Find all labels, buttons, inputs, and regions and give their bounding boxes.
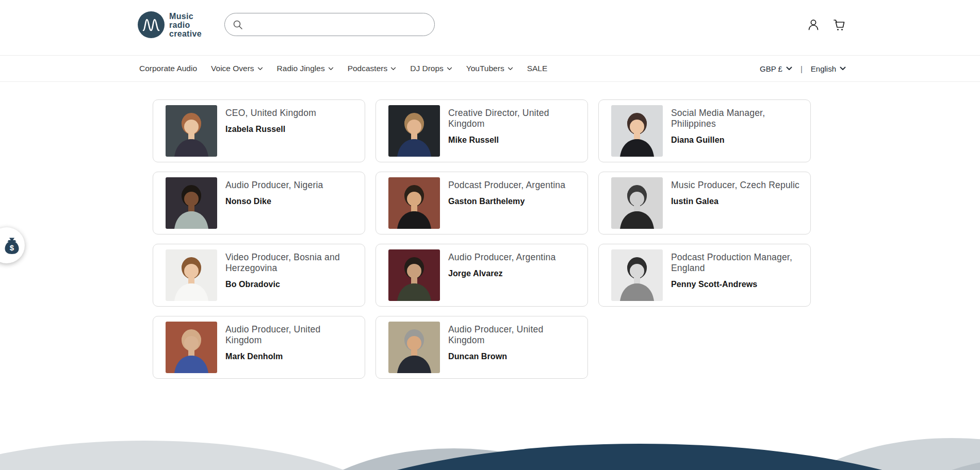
chevron-down-icon — [447, 67, 452, 71]
nav-item-label: Corporate Audio — [139, 64, 197, 73]
team-member-photo — [388, 105, 440, 157]
logo-wordmark: Music radio creative — [169, 12, 202, 38]
team-member-photo — [611, 105, 663, 157]
team-card-text: Podcast Production Manager, EnglandPenny… — [671, 249, 800, 289]
header: Music radio creative — [0, 0, 980, 56]
team-member-photo — [611, 249, 663, 301]
team-card: Audio Producer, NigeriaNonso Dike — [153, 172, 365, 234]
team-member-title: Audio Producer, Nigeria — [225, 180, 323, 191]
team-member-title: Audio Producer, United Kingdom — [225, 324, 354, 346]
team-member-photo — [388, 322, 440, 373]
team-grid: CEO, United KingdomIzabela RussellCreati… — [153, 99, 811, 379]
nav-item-podcasters[interactable]: Podcasters — [348, 64, 397, 73]
team-member-title: CEO, United Kingdom — [225, 108, 316, 119]
team-card-text: Audio Producer, NigeriaNonso Dike — [225, 177, 323, 206]
money-bag-icon: $ — [4, 237, 20, 255]
chevron-down-icon — [328, 67, 334, 71]
team-member-title: Video Producer, Bosnia and Herzegovina — [225, 252, 354, 274]
team-member-name: Izabela Russell — [225, 125, 316, 134]
nav-item-voice-overs[interactable]: Voice Overs — [211, 64, 263, 73]
team-member-title: Podcast Producer, Argentina — [448, 180, 565, 191]
team-card-text: Audio Producer, ArgentinaJorge Alvarez — [448, 249, 556, 278]
team-member-name: Penny Scott-Andrews — [671, 280, 800, 289]
team-member-photo — [166, 322, 217, 373]
svg-text:$: $ — [10, 243, 14, 252]
team-card: Video Producer, Bosnia and HerzegovinaBo… — [153, 244, 365, 307]
team-member-name: Jorge Alvarez — [448, 269, 556, 278]
chevron-down-icon — [786, 66, 792, 71]
nav-item-youtubers[interactable]: YouTubers — [466, 64, 513, 73]
main-nav: Corporate AudioVoice OversRadio JinglesP… — [0, 56, 980, 82]
rewards-widget-button[interactable]: $ — [0, 227, 25, 263]
team-card: Music Producer, Czech RepulicIustin Gale… — [598, 172, 811, 234]
search-icon — [233, 20, 243, 30]
nav-item-label: Voice Overs — [211, 64, 254, 73]
team-card: Audio Producer, United KingdomDuncan Bro… — [375, 316, 588, 379]
logo-line: creative — [169, 29, 202, 38]
nav-links: Corporate AudioVoice OversRadio JinglesP… — [139, 64, 547, 73]
team-member-title: Podcast Production Manager, England — [671, 252, 800, 274]
chevron-down-icon — [257, 67, 263, 71]
team-card-text: CEO, United KingdomIzabela Russell — [225, 105, 316, 134]
team-member-title: Music Producer, Czech Repulic — [671, 180, 799, 191]
team-member-photo — [611, 177, 663, 229]
team-member-name: Diana Guillen — [671, 136, 800, 145]
team-member-photo — [166, 105, 217, 157]
locale-separator: | — [801, 64, 803, 73]
team-member-title: Social Media Manager, Philippines — [671, 108, 800, 129]
chevron-down-icon — [508, 67, 513, 71]
team-card: CEO, United KingdomIzabela Russell — [153, 99, 365, 162]
team-member-title: Creative Director, United Kingdom — [448, 108, 577, 129]
logo-line: Music — [169, 12, 202, 21]
team-member-photo — [388, 177, 440, 229]
team-card: Podcast Production Manager, EnglandPenny… — [598, 244, 811, 307]
team-member-name: Iustin Galea — [671, 197, 799, 206]
team-card: Creative Director, United KingdomMike Ru… — [375, 99, 588, 162]
decorative-waves — [0, 431, 980, 470]
team-card-text: Podcast Producer, ArgentinaGaston Barthe… — [448, 177, 565, 206]
currency-selector[interactable]: GBP £ — [760, 64, 792, 73]
team-member-name: Gaston Barthelemy — [448, 197, 565, 206]
nav-item-dj-drops[interactable]: DJ Drops — [410, 64, 452, 73]
team-member-name: Mike Russell — [448, 136, 577, 145]
currency-label: GBP £ — [760, 64, 782, 73]
nav-item-radio-jingles[interactable]: Radio Jingles — [277, 64, 334, 73]
logo-waveform-icon — [138, 11, 165, 38]
team-member-name: Bo Obradovic — [225, 280, 354, 289]
team-card: Podcast Producer, ArgentinaGaston Barthe… — [375, 172, 588, 234]
cart-icon[interactable] — [831, 17, 847, 32]
nav-item-label: Radio Jingles — [277, 64, 325, 73]
nav-item-label: Podcasters — [348, 64, 388, 73]
team-card-text: Creative Director, United KingdomMike Ru… — [448, 105, 577, 145]
language-selector[interactable]: English — [811, 64, 846, 73]
team-card-text: Audio Producer, United KingdomMark Denho… — [225, 322, 354, 361]
team-member-title: Audio Producer, United Kingdom — [448, 324, 577, 346]
team-member-photo — [166, 177, 217, 229]
team-member-photo — [166, 249, 217, 301]
nav-locale: GBP £ | English — [760, 64, 846, 73]
page: Music radio creative — [0, 0, 980, 470]
nav-item-label: SALE — [527, 64, 548, 73]
chevron-down-icon — [390, 67, 396, 71]
search-input[interactable] — [248, 20, 434, 29]
logo-line: radio — [169, 21, 202, 29]
nav-item-label: YouTubers — [466, 64, 504, 73]
team-card-text: Music Producer, Czech RepulicIustin Gale… — [671, 177, 799, 206]
nav-item-corporate-audio[interactable]: Corporate Audio — [139, 64, 197, 73]
team-card-text: Social Media Manager, PhilippinesDiana G… — [671, 105, 800, 145]
team-card: Social Media Manager, PhilippinesDiana G… — [598, 99, 811, 162]
team-member-title: Audio Producer, Argentina — [448, 252, 556, 263]
team-member-photo — [388, 249, 440, 301]
logo[interactable]: Music radio creative — [138, 11, 202, 38]
team-member-name: Duncan Brown — [448, 352, 577, 361]
nav-item-sale[interactable]: SALE — [527, 64, 548, 73]
chevron-down-icon — [840, 66, 846, 71]
team-card-text: Audio Producer, United KingdomDuncan Bro… — [448, 322, 577, 361]
team-member-name: Nonso Dike — [225, 197, 323, 206]
team-card: Audio Producer, United KingdomMark Denho… — [153, 316, 365, 379]
team-card-text: Video Producer, Bosnia and HerzegovinaBo… — [225, 249, 354, 289]
team-member-name: Mark Denholm — [225, 352, 354, 361]
account-icon[interactable] — [806, 17, 821, 32]
search-bar[interactable] — [224, 13, 435, 36]
team-card: Audio Producer, ArgentinaJorge Alvarez — [375, 244, 588, 307]
